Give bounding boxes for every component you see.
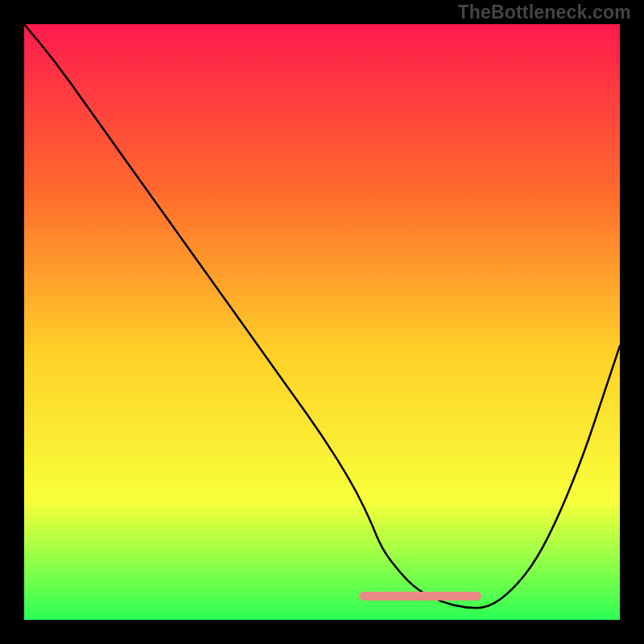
plot-area: [24, 24, 620, 620]
chart-stage: TheBottleneck.com: [0, 0, 644, 644]
watermark-label: TheBottleneck.com: [457, 2, 631, 23]
bottleneck-chart: [24, 24, 620, 620]
gradient-background: [24, 24, 620, 620]
